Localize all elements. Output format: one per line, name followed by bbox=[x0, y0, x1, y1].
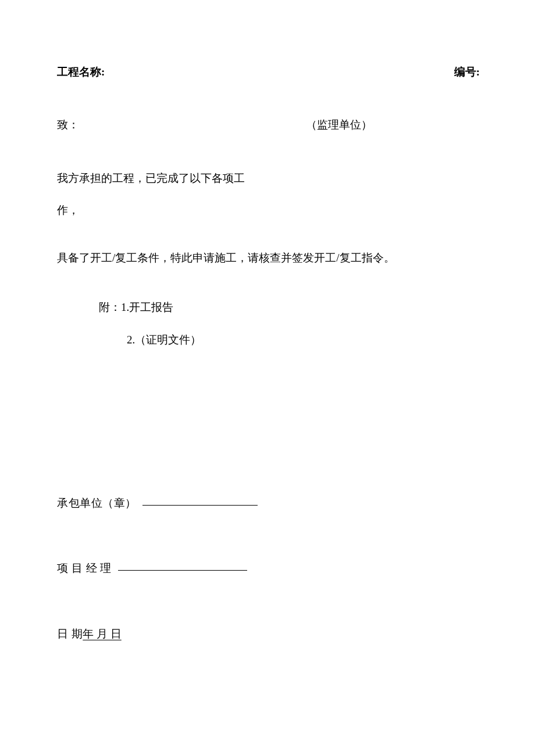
project-manager-signature-underline bbox=[118, 570, 247, 571]
date-label: 日 期 bbox=[57, 628, 83, 640]
serial-number-label: 编号: bbox=[454, 64, 480, 81]
body-paragraph-1: 我方承担的工程，已完成了以下各项工 bbox=[57, 170, 480, 187]
body-paragraph-2: 作， bbox=[57, 202, 480, 219]
body-paragraph-3: 具备了开工/复工条件，特此申请施工，请核查并签发开工/复工指令。 bbox=[57, 250, 480, 267]
contractor-signature-line: 承包单位（章） bbox=[57, 495, 480, 512]
attachments-block: 附：1.开工报告 2.（证明文件） bbox=[57, 299, 480, 349]
attachment-item-1: 附：1.开工报告 bbox=[99, 299, 480, 316]
to-label: 致： bbox=[57, 117, 306, 134]
project-manager-label: 项 目 经 理 bbox=[57, 562, 112, 574]
date-value: 年 月 日 bbox=[83, 628, 122, 640]
contractor-signature-underline bbox=[142, 505, 258, 506]
recipient-value: （监理单位） bbox=[306, 117, 372, 134]
recipient-row: 致： （监理单位） bbox=[57, 117, 480, 134]
attachment-item-2: 2.（证明文件） bbox=[99, 332, 480, 349]
contractor-label: 承包单位（章） bbox=[57, 497, 137, 509]
project-manager-signature-line: 项 目 经 理 bbox=[57, 560, 480, 577]
project-name-label: 工程名称: bbox=[57, 64, 105, 81]
header-row: 工程名称: 编号: bbox=[57, 64, 480, 81]
date-line: 日 期年 月 日 bbox=[57, 626, 480, 643]
